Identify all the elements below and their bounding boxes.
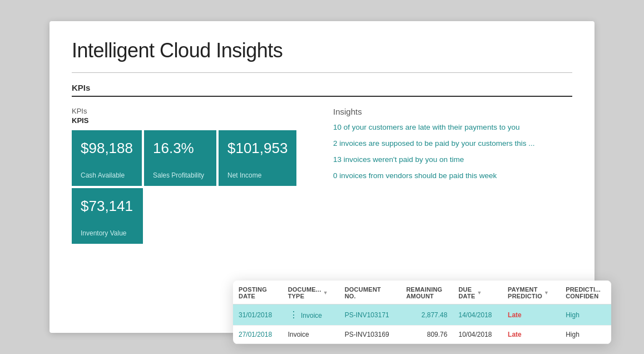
kpis-divider: [72, 96, 572, 97]
main-content: KPIs KPIS $98,188 Cash Available 16.3% S…: [72, 107, 572, 246]
insight-link-1[interactable]: 2 invoices are supposed to be paid by yo…: [333, 139, 572, 148]
th-doc-type: DOCUME...TYPE ▼: [283, 281, 339, 304]
left-panel: KPIs KPIS $98,188 Cash Available 16.3% S…: [72, 107, 311, 246]
kpi-income-value: $101,953: [227, 140, 288, 156]
td-actions-0: ⋮ Invoice: [283, 304, 339, 326]
td-amount-1: 809.76: [400, 326, 453, 344]
kpi-tiles-bottom-row: $73,141 Inventory Value: [72, 188, 311, 244]
td-doc-no-0: PS-INV103171: [339, 304, 401, 326]
td-due-date-1: 10/04/2018: [453, 326, 502, 344]
kpi-tile-profitability: 16.3% Sales Profitability: [144, 130, 216, 186]
filter-icon-duedate[interactable]: ▼: [477, 290, 482, 296]
kpis-label-bold: KPIS: [72, 116, 311, 125]
th-confidence: PREDICTI...CONFIDEN: [560, 281, 611, 304]
th-doc-no: DOCUMENTNO.: [339, 281, 401, 304]
kpi-tiles-top-row: $98,188 Cash Available 16.3% Sales Profi…: [72, 130, 311, 186]
kpi-cash-value: $98,188: [81, 140, 133, 156]
filter-icon-payment[interactable]: ▼: [544, 290, 549, 296]
kpi-profit-value: 16.3%: [153, 140, 207, 156]
td-amount-0: 2,877.48: [400, 304, 453, 326]
insights-label: Insights: [333, 107, 572, 116]
table-row: 31/01/2018 ⋮ Invoice PS-INV103171 2,877.…: [233, 304, 611, 326]
title-divider: [72, 72, 572, 73]
td-posting-date-0[interactable]: 31/01/2018: [233, 304, 283, 326]
td-prediction-0: Late: [502, 304, 560, 326]
insight-link-3[interactable]: 0 invoices from vendors should be paid t…: [333, 171, 572, 180]
th-doc-type-content: DOCUME...TYPE ▼: [288, 286, 334, 299]
kpi-cash-label: Cash Available: [81, 171, 133, 179]
filter-icon-doctype[interactable]: ▼: [323, 290, 328, 296]
table-body: 31/01/2018 ⋮ Invoice PS-INV103171 2,877.…: [233, 304, 611, 344]
right-panel: Insights 10 of your customers are late w…: [333, 107, 572, 246]
table-row: 27/01/2018 Invoice PS-INV103169 809.76 1…: [233, 326, 611, 344]
td-doc-no-1: PS-INV103169: [339, 326, 401, 344]
td-prediction-1: Late: [502, 326, 560, 344]
td-due-date-0: 14/04/2018: [453, 304, 502, 326]
insight-link-0[interactable]: 10 of your customers are late with their…: [333, 123, 572, 131]
kpis-label-small: KPIs: [72, 107, 311, 115]
td-confidence-1: High: [560, 326, 611, 344]
th-due-date-content: DUEDATE ▼: [458, 286, 497, 299]
td-actions-1: Invoice: [283, 326, 339, 344]
td-posting-date-1[interactable]: 27/01/2018: [233, 326, 283, 344]
page-title: Intelligent Cloud Insights: [72, 39, 572, 62]
data-table: POSTINGDATE DOCUME...TYPE ▼ DOCUMENTNO. …: [233, 281, 611, 344]
kpi-inventory-label: Inventory Value: [81, 229, 134, 237]
row-actions-button-0[interactable]: ⋮: [288, 309, 299, 320]
th-posting-date: POSTINGDATE: [233, 281, 283, 304]
kpi-income-label: Net Income: [227, 171, 288, 179]
kpi-tile-income: $101,953 Net Income: [219, 130, 296, 186]
kpis-section-label: KPIs: [72, 83, 572, 92]
th-payment-content: PAYMENTPREDICTIO ▼: [508, 286, 554, 299]
insight-link-2[interactable]: 13 invoices weren't paid by you on time: [333, 155, 572, 164]
kpi-profit-label: Sales Profitability: [153, 171, 207, 179]
table-card: POSTINGDATE DOCUME...TYPE ▼ DOCUMENTNO. …: [233, 281, 611, 344]
th-remaining-amount: REMAININGAMOUNT: [400, 281, 453, 304]
kpi-inventory-value: $73,141: [81, 198, 134, 214]
th-due-date: DUEDATE ▼: [453, 281, 502, 304]
kpi-tile-cash: $98,188 Cash Available: [72, 130, 142, 186]
td-confidence-0: High: [560, 304, 611, 326]
kpi-tile-inventory: $73,141 Inventory Value: [72, 188, 143, 244]
main-card: Intelligent Cloud Insights KPIs KPIs KPI…: [49, 21, 595, 333]
table-header-row: POSTINGDATE DOCUME...TYPE ▼ DOCUMENTNO. …: [233, 281, 611, 304]
th-payment-prediction: PAYMENTPREDICTIO ▼: [502, 281, 560, 304]
